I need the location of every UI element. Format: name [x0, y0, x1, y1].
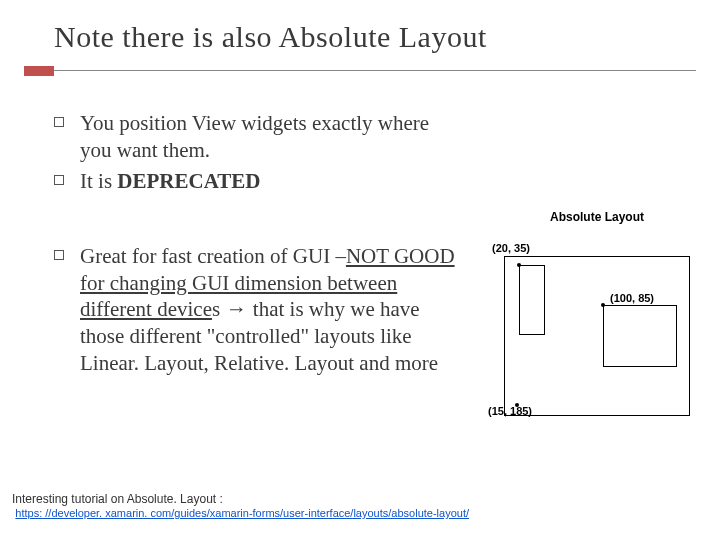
absolute-layout-diagram: Absolute Layout (20, 35) (100, 85) (15, … — [492, 210, 702, 450]
footer-link[interactable]: https: //developer. xamarin. com/guides/… — [15, 507, 469, 519]
diagram-rect-1 — [519, 265, 545, 335]
slide-title: Note there is also Absolute Layout — [0, 0, 720, 60]
bullet-1-text: You position View widgets exactly where … — [80, 111, 429, 162]
diagram-frame — [504, 256, 690, 416]
horizontal-rule — [54, 70, 696, 71]
bullet-2-pre: It is — [80, 169, 117, 193]
slide: Note there is also Absolute Layout You p… — [0, 0, 720, 540]
footer: Interesting tutorial on Absolute. Layout… — [12, 492, 469, 520]
diagram-title: Absolute Layout — [492, 210, 702, 224]
accent-block — [24, 66, 54, 76]
footer-text: Interesting tutorial on Absolute. Layout… — [12, 492, 223, 506]
diagram-dot-3 — [515, 403, 519, 407]
body-text: You position View widgets exactly where … — [54, 110, 464, 381]
diagram-rect-2 — [603, 305, 677, 367]
bullet-3-pre: Great for fast creation of GUI – — [80, 244, 346, 268]
bullet-2: It is DEPRECATED — [54, 168, 464, 195]
bullet-3: Great for fast creation of GUI –NOT GOOD… — [54, 243, 464, 377]
bullet-3-s: s — [212, 297, 220, 321]
coord-label-1: (20, 35) — [492, 242, 530, 254]
bullet-spacer — [54, 199, 464, 239]
bullet-1: You position View widgets exactly where … — [54, 110, 464, 164]
bullet-2-bold: DEPRECATED — [117, 169, 260, 193]
title-rule — [0, 66, 720, 76]
bullet-3-arrow: → — [220, 297, 253, 320]
